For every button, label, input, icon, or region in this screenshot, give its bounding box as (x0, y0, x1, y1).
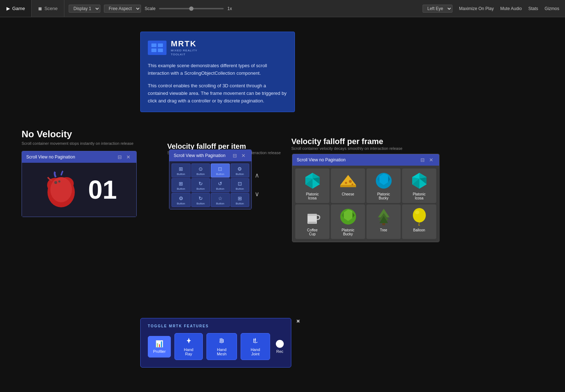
btn4-label: Button (236, 172, 244, 176)
pagination-minimize-icon[interactable]: ⊟ (233, 153, 238, 158)
pagination-close-icon[interactable]: ✕ (241, 153, 247, 158)
obj-platonic-bucky-2[interactable]: PlatonicBucky (331, 204, 365, 239)
aspect-select[interactable]: Free Aspect (104, 5, 141, 13)
panel-minimize-icon[interactable]: ⊟ (118, 154, 123, 160)
svg-marker-17 (340, 175, 356, 185)
grid-btn-9[interactable]: ⚙Button (172, 193, 191, 207)
pagination-arrows: ∧ ∨ (255, 171, 259, 198)
top-bar: ▶ Game ◼ Scene Display 1 Free Aspect Sca… (0, 0, 565, 17)
svg-point-46 (415, 211, 419, 214)
btn12-label: Button (236, 202, 244, 205)
no-velocity-section: No Velocity Scroll container movement st… (22, 129, 133, 146)
mute-btn[interactable]: Mute Audio (500, 6, 522, 11)
obj-platonic-bucky-1[interactable]: PlatonicBucky (366, 169, 401, 203)
scroll-left-content: 01 (22, 163, 136, 217)
arrow-down[interactable]: ∨ (255, 190, 259, 198)
mrtk-logo-box (148, 41, 167, 55)
scroll-right-close-icon[interactable]: ✕ (429, 157, 435, 163)
grid-btn-4[interactable]: ⚙Button (231, 163, 250, 177)
balloon-icon (410, 207, 429, 226)
grid-btn-8[interactable]: ⊡Button (231, 178, 250, 192)
mrtk-logo: MRTK MIXED REALITYTOOLKIT (148, 39, 287, 56)
btn5-label: Button (177, 187, 185, 190)
obj-balloon[interactable]: Balloon (402, 204, 436, 239)
svg-point-8 (54, 181, 57, 184)
no-velocity-subtitle: Scroll container movement stops instantl… (22, 141, 133, 146)
hand-joint-btn[interactable]: Hand Joint (241, 333, 270, 360)
scale-label: Scale (145, 6, 155, 11)
grid-btn-10[interactable]: ↻Button (191, 193, 210, 207)
scroll-left-title: Scroll View no Pagination (26, 155, 75, 160)
obj-label-2: Cheese (342, 192, 354, 196)
grid-btn-6[interactable]: ↻Button (191, 178, 210, 192)
btn7-icon: ↺ (218, 181, 222, 186)
stats-btn[interactable]: Stats (528, 6, 538, 11)
grid-btn-5[interactable]: ⊞Button (172, 178, 191, 192)
no-velocity-title: No Velocity (22, 129, 133, 140)
hand-ray-btn[interactable]: Hand Ray (174, 333, 202, 360)
hand-ray-label: Hand Ray (180, 347, 197, 356)
toggle-buttons: 📊 Profiler Hand Ray Hand Mesh Hand Joi (148, 333, 284, 360)
btn11-label: Button (216, 202, 224, 205)
gizmos-btn[interactable]: Gizmos (545, 6, 559, 11)
grid-btn-12[interactable]: ⊞Button (231, 193, 250, 207)
pin-icon[interactable]: ✦ (293, 316, 303, 327)
scroll-panel-right: Scroll View no Pagination ⊟ ✕ PlatonicIc… (292, 154, 439, 242)
btn8-icon: ⊡ (238, 181, 242, 186)
tab-scene[interactable]: ◼ Scene (32, 0, 64, 17)
hand-ray-icon (185, 337, 192, 346)
scroll-left-header: Scroll View no Pagination ⊟ ✕ (22, 151, 136, 163)
grid-btn-7[interactable]: ↺Button (211, 178, 230, 192)
obj-label-1: PlatonicIcosa (306, 192, 319, 200)
btn10-icon: ↻ (199, 195, 203, 201)
btn12-icon: ⊞ (238, 195, 242, 201)
grid-btn-3[interactable]: ⊡Button (211, 163, 230, 177)
platonic-icosa-2-icon (410, 171, 429, 190)
panel-close-icon[interactable]: ✕ (126, 154, 132, 160)
svg-rect-34 (307, 214, 317, 216)
obj-cheese[interactable]: Cheese (331, 169, 365, 203)
hand-mesh-btn[interactable]: Hand Mesh (206, 333, 237, 360)
btn1-icon: ⊞ (179, 166, 183, 172)
eye-select[interactable]: Left Eye (423, 5, 452, 13)
scroll-right-minimize-icon[interactable]: ⊟ (420, 157, 426, 163)
tree-icon (374, 207, 393, 226)
scene-tab-label: Scene (44, 6, 58, 11)
svg-point-19 (349, 180, 352, 183)
info-para-2: This control enables the scrolling of 3D… (148, 82, 287, 105)
obj-label-6: PlatonicBucky (342, 228, 355, 236)
svg-point-21 (351, 184, 353, 185)
display-select[interactable]: Display 1 (69, 5, 100, 13)
profiler-btn[interactable]: 📊 Profiler (148, 336, 171, 358)
scroll-right-header: Scroll View no Pagination ⊟ ✕ (292, 154, 439, 166)
obj-tree[interactable]: Tree (366, 204, 401, 239)
arrow-up[interactable]: ∧ (255, 171, 259, 179)
toolbar-right: Left Eye Maximize On Play Mute Audio Sta… (423, 5, 565, 13)
obj-platonic-icosa-1[interactable]: PlatonicIcosa (295, 169, 329, 203)
maximize-btn[interactable]: Maximize On Play (459, 6, 494, 11)
grid-btn-11[interactable]: ☆Button (211, 193, 230, 207)
tab-game[interactable]: ▶ Game (0, 0, 32, 17)
rec-button[interactable]: Rec (276, 340, 284, 354)
profiler-label: Profiler (153, 349, 166, 354)
obj-label-5: CoffeeCup (307, 228, 318, 236)
scale-slider[interactable] (159, 8, 224, 9)
heart-model (41, 170, 81, 209)
velocity-frame-section: Velocity falloff per frame Scroll contai… (291, 137, 402, 151)
btn5-icon: ⊞ (179, 181, 183, 186)
svg-rect-35 (308, 222, 316, 224)
profiler-icon: 📊 (155, 340, 163, 348)
grid-btn-1[interactable]: ⊞Button (172, 163, 191, 177)
grid-btn-2[interactable]: ⊙Button (191, 163, 210, 177)
obj-platonic-icosa-2[interactable]: PlatonicIcosa (402, 169, 436, 203)
btn1-label: Button (177, 172, 185, 176)
obj-coffee-cup[interactable]: CoffeeCup (295, 204, 329, 239)
svg-marker-18 (340, 185, 356, 187)
info-panel: MRTK MIXED REALITYTOOLKIT This example s… (140, 32, 295, 112)
btn9-icon: ⚙ (179, 195, 183, 201)
mrtk-title: MRTK (171, 39, 197, 49)
panel-header-icons: ⊟ ✕ (118, 154, 132, 160)
scroll-number: 01 (88, 175, 117, 204)
btn2-icon: ⊙ (199, 166, 203, 172)
svg-rect-0 (151, 43, 156, 47)
